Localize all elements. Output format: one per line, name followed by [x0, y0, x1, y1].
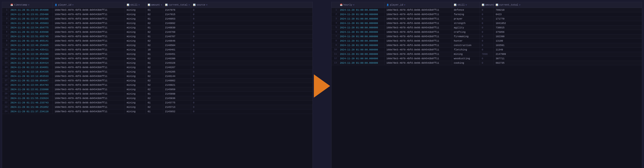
table-row[interactable]: 5 2024-11-20 01:22:54.654775 168e78e3-49… — [2, 26, 312, 30]
table-row[interactable]: 11 2024-11-20 01:00:00.000000 168e78e3-4… — [332, 52, 642, 56]
th-skill[interactable]: 📊 skill ▽ — [125, 2, 146, 8]
player-filter-icon-r[interactable]: ▽ — [404, 4, 405, 6]
table-row[interactable]: 17 2024-11-20 01:22:09.054847 168e78e3-4… — [2, 78, 312, 83]
cell-amount: 0 — [480, 56, 494, 61]
cell-player: 168e78e3-4979-4bfd-8e98-0d4543b6ff11 — [53, 21, 125, 25]
cell-amount: 62 — [146, 78, 163, 83]
row-number: 17 — [2, 78, 8, 83]
table-row[interactable]: 11 2024-11-20 01:22:36.054289 168e78e3-4… — [2, 52, 312, 56]
cell-timestamp: 2024-11-20 01:23:01.255496 — [8, 12, 53, 16]
th-current-r[interactable]: 📊 current_total ▽ — [494, 2, 522, 8]
table-row[interactable]: 10 2024-11-20 01:22:44.435411 168e78e3-4… — [2, 48, 312, 52]
cell-source: 0 — [191, 21, 208, 25]
cell-amount: 62 — [146, 96, 163, 100]
table-row[interactable]: 1 2024-11-20 01:23:03.054808 168e78e3-49… — [2, 8, 312, 12]
cell-hourly: 2024-11-20 01:00:00.000000 — [338, 26, 384, 30]
table-row[interactable]: 12 2024-11-20 01:22:20.458699 168e78e3-4… — [2, 56, 312, 61]
table-row[interactable]: 10 2024-11-20 01:00:00.000000 168e78e3-4… — [332, 48, 642, 52]
cell-source: 0 — [191, 8, 208, 12]
th-source[interactable]: 📊 source ▽ — [191, 2, 208, 8]
th-hourly[interactable]: 📅 hourly ▽ — [338, 2, 384, 8]
table-row[interactable]: 13 2024-11-20 01:22:15.834414 168e78e3-4… — [2, 61, 312, 65]
th-timestamp[interactable]: 📅 timestamp ▽ — [8, 2, 53, 8]
table-row[interactable]: 16 2024-11-20 01:22:12.053533 168e78e3-4… — [2, 74, 312, 78]
row-number: 7 — [2, 34, 8, 38]
cell-skill: mining — [125, 96, 146, 100]
table-row[interactable]: 21 2024-11-20 01:21:55.232624 168e78e3-4… — [2, 96, 312, 100]
skill-filter-icon[interactable]: ▽ — [138, 4, 140, 6]
hourly-filter-icon[interactable]: ▽ — [353, 4, 354, 6]
cell-source: 0 — [191, 61, 208, 65]
cell-current: 2146021 — [163, 83, 191, 87]
cell-skill: crafting — [452, 30, 480, 34]
cell-amount: 61 — [146, 70, 163, 74]
table-row[interactable]: 9 2024-11-20 01:22:46.254035 168e78e3-49… — [2, 43, 312, 48]
cell-current: 2145898 — [163, 92, 191, 96]
cell-amount: 62 — [146, 39, 163, 43]
table-row[interactable]: 5 2024-11-20 01:00:00.000000 168e78e3-49… — [332, 26, 642, 30]
cell-skill: woodcutting — [452, 56, 480, 61]
table-row[interactable]: 4 2024-11-20 01:22:50.455063 168e78e3-49… — [2, 21, 312, 26]
table-row[interactable]: 3 2024-11-20 01:22:57.655395 168e78e3-49… — [2, 17, 312, 21]
cell-player: 168e78e3-4979-4bfd-8e98-0d4543b6ff11 — [53, 12, 125, 16]
timestamp-filter-icon[interactable]: ▽ — [28, 4, 29, 6]
cell-amount: 0 — [480, 43, 494, 48]
table-row[interactable]: 12 2024-11-20 01:00:00.000000 168e78e3-4… — [332, 56, 642, 61]
table-row[interactable]: 2 2024-11-20 01:23:01.255496 168e78e3-49… — [2, 12, 312, 17]
cell-skill: mining — [125, 110, 146, 114]
table-row[interactable]: 15 2024-11-20 01:22:10.834335 168e78e3-4… — [2, 70, 312, 74]
cell-amount: 62 — [146, 74, 163, 78]
cell-source: 0 — [191, 43, 208, 48]
th-current[interactable]: 📊 current_total ▽ — [163, 2, 191, 8]
table-row[interactable]: 4 2024-11-20 01:00:00.000000 168e78e3-49… — [332, 21, 642, 26]
th-amount-r[interactable]: 📊 amount ▽ — [480, 2, 494, 8]
current-filter-icon[interactable]: ▽ — [188, 4, 190, 6]
source-filter-icon[interactable]: ▽ — [206, 4, 208, 6]
table-row[interactable]: 3 2024-11-20 01:00:00.000000 168e78e3-49… — [332, 17, 642, 21]
cell-timestamp: 2024-11-20 01:21:46.233743 — [8, 100, 53, 105]
table-row[interactable]: 19 2024-11-20 01:22:01.233998 168e78e3-4… — [2, 87, 312, 92]
amount-filter-icon[interactable]: ▽ — [161, 4, 162, 6]
cell-player: 168e78e3-4979-4bfd-8e98-0d4543b6ff11 — [53, 110, 125, 114]
cell-source: 0 — [191, 70, 208, 74]
table-row[interactable]: 6 2024-11-20 01:22:52.835698 168e78e3-49… — [2, 30, 312, 34]
amount-icon: 📊 — [148, 4, 150, 6]
table-row[interactable]: 2 2024-11-20 01:00:00.000000 168e78e3-49… — [332, 12, 642, 17]
cell-current: 375056 — [494, 30, 522, 34]
table-row[interactable]: 24 2024-11-20 01:21:37.234118 168e78e3-4… — [2, 110, 312, 114]
cell-amount: 62 — [146, 105, 163, 109]
cell-skill: hunter — [452, 39, 480, 43]
skill-icon: 📊 — [127, 4, 129, 6]
th-player[interactable]: 👤 player_id ▽ — [53, 2, 125, 8]
table-row[interactable]: 18 2024-11-20 01:22:04.854793 168e78e3-4… — [2, 83, 312, 87]
current-filter-icon-r[interactable]: ▽ — [519, 4, 520, 6]
cell-amount: 61 — [146, 92, 163, 96]
th-skill-r[interactable]: 📊 skill ▽ — [452, 2, 480, 8]
table-row[interactable]: 23 2024-11-20 01:21:40.251852 168e78e3-4… — [2, 105, 312, 110]
cell-source: 0 — [191, 26, 208, 30]
table-row[interactable]: 13 2024-11-20 01:00:00.000000 168e78e3-4… — [332, 61, 642, 65]
th-amount[interactable]: 📊 amount ▽ — [146, 2, 163, 8]
table-row[interactable]: 9 2024-11-20 01:00:00.000000 168e78e3-49… — [332, 43, 642, 48]
cell-current: 682735 — [494, 61, 522, 65]
table-row[interactable]: 6 2024-11-20 01:00:00.000000 168e78e3-49… — [332, 30, 642, 34]
table-row[interactable]: 7 2024-11-20 01:22:51.655745 168e78e3-49… — [2, 34, 312, 39]
th-player-r[interactable]: 👤 player_id ▽ — [384, 2, 452, 8]
cell-skill: prayer — [452, 17, 480, 21]
cell-skill: cooking — [452, 61, 480, 65]
cell-hourly: 2024-11-20 01:00:00.000000 — [338, 52, 384, 56]
table-row[interactable]: 8 2024-11-20 01:00:00.000000 168e78e3-49… — [332, 39, 642, 43]
skill-icon-r: 📊 — [454, 4, 456, 6]
cell-current: 171770 — [494, 17, 522, 21]
table-row[interactable]: 20 2024-11-20 01:21:58.833904 168e78e3-4… — [2, 92, 312, 96]
cell-player: 168e78e3-4979-4bfd-8e98-0d4543b6ff11 — [53, 96, 125, 100]
table-row[interactable]: 14 2024-11-20 01:22:15.034951 168e78e3-4… — [2, 65, 312, 70]
table-row[interactable]: 22 2024-11-20 01:21:46.233743 168e78e3-4… — [2, 100, 312, 105]
table-row[interactable]: 1 2024-11-20 01:00:00.000000 168e78e3-49… — [332, 8, 642, 12]
skill-filter-icon-r[interactable]: ▽ — [466, 4, 467, 6]
player-filter-icon[interactable]: ▽ — [72, 4, 74, 6]
table-row[interactable]: 8 2024-11-20 01:22:49.855141 168e78e3-49… — [2, 39, 312, 43]
table-row[interactable]: 7 2024-11-20 01:00:00.000000 168e78e3-49… — [332, 34, 642, 39]
cell-player: 168e78e3-4979-4bfd-8e98-0d4543b6ff11 — [384, 34, 452, 38]
cell-source: 0 — [191, 110, 208, 114]
